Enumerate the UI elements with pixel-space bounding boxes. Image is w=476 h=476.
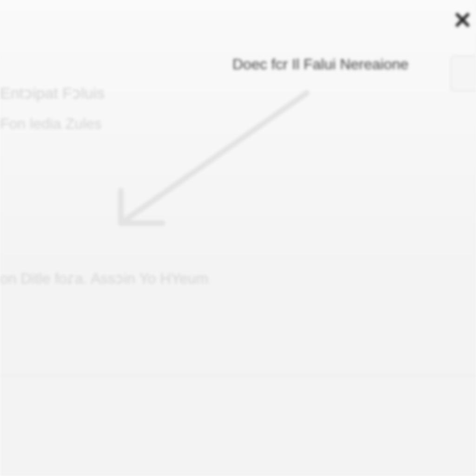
svg-line-0 (121, 93, 307, 223)
annotation-arrow-icon (93, 88, 316, 242)
close-button[interactable]: ✕ (451, 9, 474, 32)
side-action-button[interactable] (450, 56, 476, 91)
dialog-panel: ✕ Doec fcr Il Falui Nereaione Entɔipat F… (0, 0, 476, 476)
dialog-title: Doec fcr Il Falui Nereaione (232, 56, 409, 73)
footer-divider (0, 376, 476, 376)
content-subtext-2: on Ditle foɾa. Assɔin Yo HYeum (0, 270, 208, 287)
close-icon: ✕ (453, 7, 472, 34)
content-heading-1: Entɔipat Fɔluis (0, 84, 105, 102)
content-subtext-1: Fon ledia Zules (0, 115, 102, 132)
